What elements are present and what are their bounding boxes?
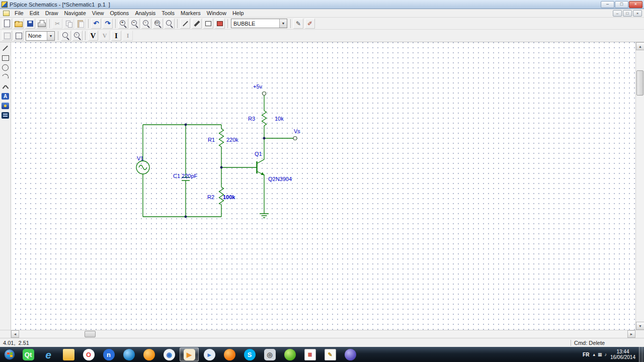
cut-button[interactable]: ✂ (52, 18, 63, 29)
taskbar-blue-n-app[interactable]: n (99, 347, 118, 361)
new-file-button[interactable] (2, 18, 13, 29)
label-r1[interactable]: R1 (208, 137, 215, 143)
taskbar-purple-app[interactable] (341, 347, 360, 361)
autonaming-combo[interactable]: None▼ (26, 31, 55, 41)
mdi-minimize-button[interactable]: – (613, 10, 622, 17)
menu-options[interactable]: Options (107, 10, 132, 17)
menu-tools[interactable]: Tools (158, 10, 178, 17)
taskbar-pdf-app[interactable]: ≣ (300, 347, 319, 361)
language-indicator[interactable]: FR (583, 352, 589, 357)
resistor-r1[interactable] (219, 129, 224, 147)
draw-line-tool[interactable] (1, 44, 11, 53)
menu-navigate[interactable]: Navigate (61, 10, 89, 17)
label-v1[interactable]: V1 (137, 155, 143, 161)
menu-help[interactable]: Help (229, 10, 247, 17)
zoom-in-button[interactable]: + (118, 18, 129, 29)
taskbar-camera-app[interactable]: ◎ (260, 347, 279, 361)
taskbar-opera[interactable]: O (79, 347, 98, 361)
close-button[interactable]: × (629, 1, 642, 8)
horizontal-scroll-thumb[interactable] (85, 331, 96, 337)
zoom-area-button[interactable]: ▫ (141, 18, 152, 29)
taskbar-qt[interactable]: Qt (19, 347, 38, 361)
insert-symbol-tool[interactable] (1, 101, 11, 110)
volume-icon[interactable]: ♪ (604, 352, 607, 357)
label--5v[interactable]: +5v (253, 83, 263, 89)
edit-attributes-button[interactable]: ✎ (293, 18, 304, 29)
vertical-scroll-thumb[interactable] (636, 70, 643, 96)
label-10k[interactable]: 10k (275, 116, 284, 122)
library-tool[interactable] (1, 111, 11, 120)
mdi-restore-button[interactable]: □ (623, 10, 632, 17)
label-vs[interactable]: Vs (294, 128, 300, 134)
vertical-scrollbar[interactable]: ▲ ▼ (635, 42, 644, 330)
menu-markers[interactable]: Markers (178, 10, 204, 17)
resistor-r3[interactable] (262, 111, 267, 126)
text-tool[interactable]: A (1, 92, 11, 101)
label-q1[interactable]: Q1 (255, 151, 262, 157)
mdi-close-button[interactable]: × (633, 10, 642, 17)
menu-window[interactable]: Window (204, 10, 229, 17)
maximize-button[interactable]: □ (615, 1, 628, 8)
voltage-marker-button[interactable]: V (88, 30, 99, 41)
chevron-down-icon[interactable]: ▼ (279, 19, 287, 28)
save-file-button[interactable] (25, 18, 36, 29)
taskbar-file-explorer[interactable] (59, 347, 78, 361)
draw-polyline-tool[interactable] (1, 82, 11, 91)
zoom-total-button[interactable] (164, 18, 175, 29)
taskbar-green-app[interactable] (280, 347, 299, 361)
ground-symbol[interactable] (260, 214, 269, 218)
menu-view[interactable]: View (89, 10, 107, 17)
power-bubble-5v[interactable] (263, 92, 266, 96)
label-220k[interactable]: 220k (226, 137, 238, 143)
start-button[interactable] (1, 347, 18, 362)
taskbar-eye-app[interactable]: ◉ (159, 347, 179, 361)
scroll-right-button[interactable]: ► (627, 330, 635, 338)
label-r3[interactable]: R3 (248, 116, 255, 122)
copy-button[interactable] (63, 18, 74, 29)
transistor-q1[interactable] (257, 156, 265, 175)
schematic-canvas[interactable]: +5vR310kVsQ1Q2N3904R1220kC1 220pFR2100kV… (11, 42, 635, 330)
clock[interactable]: 13:44 16/06/2014 (610, 349, 635, 360)
horizontal-scrollbar[interactable]: ◄ ► (11, 330, 635, 338)
search-parts-button[interactable] (60, 30, 71, 41)
toggle-grid-button[interactable] (13, 30, 24, 41)
show-desktop-button[interactable] (639, 347, 643, 362)
taskbar-orange-app[interactable] (139, 347, 158, 361)
current-marker-button[interactable]: I (111, 30, 122, 41)
taskbar-pspice-app[interactable]: ▶ (180, 347, 199, 361)
label-c1-220pf[interactable]: C1 220pF (173, 173, 198, 179)
taskbar-notes-app[interactable]: ✎ (320, 347, 340, 361)
source-v1[interactable] (136, 161, 149, 174)
redo-button[interactable]: ↷ (102, 18, 113, 29)
horizontal-scroll-track[interactable] (19, 330, 627, 338)
taskbar-firefox[interactable] (220, 347, 239, 361)
voltage-diff-marker-button[interactable]: V (99, 30, 110, 41)
taskbar-media-app[interactable]: ▸ (200, 347, 219, 361)
chevron-down-icon[interactable]: ▼ (47, 32, 54, 40)
taskbar-internet-explorer[interactable]: e (39, 347, 58, 361)
zoom-fit-button[interactable]: ▭ (152, 18, 164, 29)
hidden-icons-button[interactable]: ▴ (593, 352, 595, 357)
taskbar-globe-app[interactable] (119, 347, 138, 361)
open-file-button[interactable] (13, 18, 24, 29)
menu-draw[interactable]: Draw (42, 10, 61, 17)
vertical-scroll-track[interactable] (636, 50, 644, 322)
label-q2n3904[interactable]: Q2N3904 (268, 176, 292, 182)
label-100k[interactable]: 100k (223, 194, 235, 200)
draw-bus-button[interactable] (191, 18, 202, 29)
draw-wire-button[interactable] (180, 18, 191, 29)
scroll-left-button[interactable]: ◄ (11, 330, 19, 338)
network-icon[interactable]: ▦ (598, 352, 602, 357)
wire-segments[interactable] (143, 96, 293, 217)
label-r2[interactable]: R2 (207, 194, 214, 200)
paste-button[interactable] (75, 18, 86, 29)
scroll-down-button[interactable]: ▼ (636, 322, 644, 330)
zoom-selection-button[interactable]: ▫ (72, 30, 83, 41)
draw-circle-tool[interactable] (1, 63, 11, 72)
output-bubble-vs[interactable] (293, 137, 297, 140)
minimize-button[interactable]: – (601, 1, 614, 8)
menu-edit[interactable]: Edit (27, 10, 42, 17)
draw-rect-tool[interactable] (1, 53, 11, 62)
taskbar-skype[interactable]: S (240, 347, 259, 361)
scroll-up-button[interactable]: ▲ (636, 42, 644, 50)
